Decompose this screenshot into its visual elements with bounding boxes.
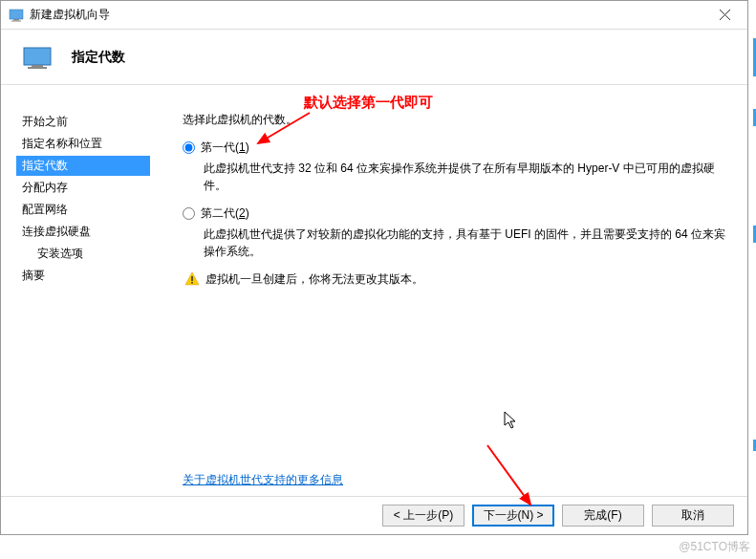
sidebar-item-summary[interactable]: 摘要: [16, 266, 165, 286]
warning-icon: [184, 271, 200, 287]
page-title: 指定代数: [72, 49, 125, 66]
app-icon: [9, 8, 24, 23]
warning-text: 虚拟机一旦创建后，你将无法更改其版本。: [205, 271, 423, 288]
radio-gen2[interactable]: [183, 207, 195, 220]
radio-gen1-label: 第一代(1): [201, 140, 249, 156]
svg-rect-9: [191, 276, 193, 281]
radio-gen2-row[interactable]: 第二代(2): [183, 205, 728, 222]
wizard-header: 指定代数: [1, 30, 747, 85]
wizard-window: 新建虚拟机向导 指定代数 开始之前 指定名称和位置 指定代数 分配内存 配置网络…: [0, 0, 748, 535]
gen1-description: 此虚拟机世代支持 32 位和 64 位来宾操作系统并提供了在所有早期版本的 Hy…: [204, 160, 728, 194]
radio-gen1-row[interactable]: 第一代(1): [183, 140, 728, 156]
wizard-sidebar: 开始之前 指定名称和位置 指定代数 分配内存 配置网络 连接虚拟硬盘 安装选项 …: [1, 85, 165, 496]
wizard-body: 开始之前 指定名称和位置 指定代数 分配内存 配置网络 连接虚拟硬盘 安装选项 …: [1, 85, 747, 496]
svg-rect-5: [24, 48, 51, 65]
svg-rect-0: [10, 10, 23, 19]
sidebar-item-generation[interactable]: 指定代数: [16, 156, 150, 176]
more-info-link[interactable]: 关于虚拟机世代支持的更多信息: [183, 472, 343, 488]
close-button[interactable]: [705, 1, 744, 28]
close-icon: [720, 10, 730, 20]
svg-rect-7: [28, 67, 47, 69]
finish-button[interactable]: 完成(F): [562, 505, 644, 527]
prev-button[interactable]: < 上一步(P): [382, 505, 464, 527]
cancel-button[interactable]: 取消: [652, 505, 734, 527]
warning-row: 虚拟机一旦创建后，你将无法更改其版本。: [184, 271, 728, 288]
wizard-content: 选择此虚拟机的代数。 第一代(1) 此虚拟机世代支持 32 位和 64 位来宾操…: [165, 85, 747, 496]
sidebar-item-install-options[interactable]: 安装选项: [16, 244, 165, 264]
next-button[interactable]: 下一步(N) >: [472, 505, 554, 527]
window-title: 新建虚拟机向导: [30, 7, 110, 23]
watermark: @51CTO博客: [679, 539, 750, 555]
gen2-description: 此虚拟机世代提供了对较新的虚拟化功能的支持，具有基于 UEFI 的固件，并且需要…: [204, 226, 728, 260]
svg-marker-15: [505, 412, 515, 428]
radio-gen2-label: 第二代(2): [201, 205, 249, 222]
instruction-text: 选择此虚拟机的代数。: [183, 112, 728, 128]
radio-gen1[interactable]: [183, 141, 195, 154]
wizard-header-icon: [22, 46, 53, 69]
cursor-icon: [504, 411, 519, 430]
sidebar-item-connect-vhd[interactable]: 连接虚拟硬盘: [16, 222, 165, 242]
sidebar-item-name-location[interactable]: 指定名称和位置: [16, 134, 165, 154]
sidebar-item-before-you-begin[interactable]: 开始之前: [16, 112, 165, 132]
sidebar-item-assign-memory[interactable]: 分配内存: [16, 178, 165, 198]
wizard-footer: < 上一步(P) 下一步(N) > 完成(F) 取消: [1, 496, 747, 534]
svg-rect-6: [32, 65, 43, 67]
sidebar-item-configure-network[interactable]: 配置网络: [16, 200, 165, 220]
svg-rect-2: [11, 20, 21, 21]
svg-rect-10: [191, 282, 193, 284]
svg-rect-1: [13, 19, 19, 21]
titlebar: 新建虚拟机向导: [1, 1, 747, 30]
